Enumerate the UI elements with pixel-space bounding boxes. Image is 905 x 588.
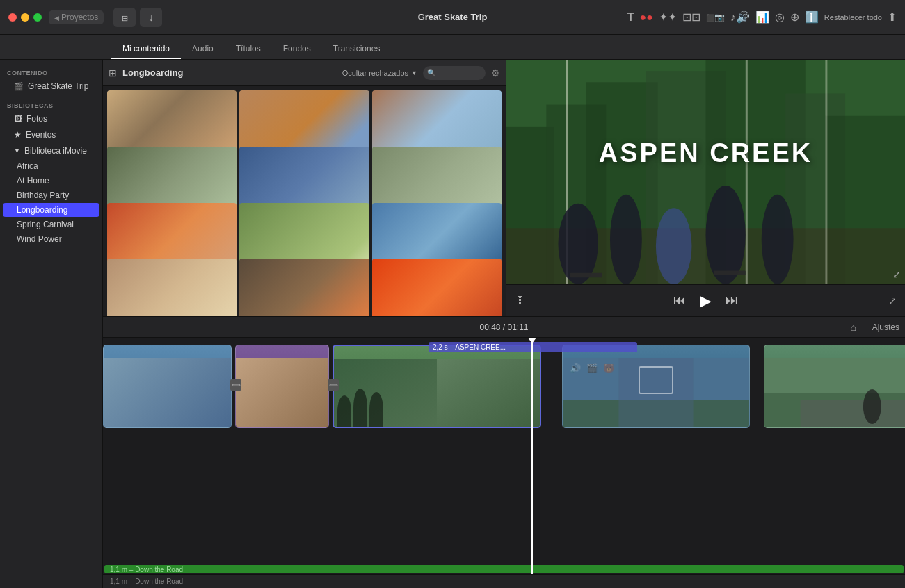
sidebar-item-birthday-party[interactable]: Birthday Party [3,188,99,202]
volume-tool-icon[interactable]: 🔊 [730,10,750,24]
timeline-clip-2[interactable] [235,345,329,428]
timeline-clip-1[interactable] [103,345,232,428]
speed-tool-icon[interactable]: ◎ [775,10,785,24]
chevron-down-icon: ▼ [411,70,417,76]
svg-rect-11 [825,60,827,284]
hide-rejected-button[interactable]: Ocultar rechazados ▼ [342,69,417,77]
traffic-lights [0,13,42,22]
svg-point-14 [656,208,692,284]
text-tool-icon[interactable] [627,11,634,24]
timeline-clip-5[interactable] [764,345,905,428]
svg-rect-17 [570,273,602,277]
filter-tool-icon[interactable]: ✦ [659,10,677,24]
maximize-button[interactable] [33,13,42,22]
thumbnail-12[interactable] [372,259,502,316]
preview-fullscreen-button[interactable]: ⤢ [892,269,901,280]
preview-title-text: ASPEN CREEK [599,138,813,168]
transition-marker-1[interactable]: ⟺ [230,379,241,391]
thumbnail-10[interactable] [107,259,237,316]
mic-button[interactable]: 🎙 [515,295,526,307]
media-settings-icon[interactable]: ⚙ [491,67,500,79]
timeline-home-button[interactable]: ⌂ [851,322,856,333]
tab-audio[interactable]: Audio [181,40,225,59]
color-tool-icon[interactable]: ● [639,11,652,24]
main-area: CONTENIDO Great Skate Trip BIBLIOTECAS 🖼… [0,60,905,588]
sidebar-item-wind-power[interactable]: Wind Power [3,232,99,246]
search-box[interactable]: 🔍 [423,66,486,80]
contenido-section-label: CONTENIDO [0,65,102,78]
camera-tool-icon[interactable]: 📷 [706,13,725,22]
preview-scene: ASPEN CREEK ⤢ [506,60,905,284]
audio-track: 1,1 m – Down the Road [103,564,905,574]
svg-rect-10 [746,60,748,284]
timeline-header: 00:48 / 01:11 ⌂ Ajustes [103,317,905,338]
window-title: Great Skate Trip [418,12,488,22]
svg-point-15 [706,186,746,284]
audio-label: 1,1 m – Down the Road [110,566,183,573]
close-button[interactable] [8,13,17,22]
fotos-label: Fotos [26,114,47,124]
thumbnail-11[interactable] [239,259,369,316]
ajustes-button[interactable]: Ajustes [872,322,899,332]
fullscreen-button[interactable]: ⤢ [888,295,897,307]
view-grid-icon [122,12,128,23]
audio-bar: 1,1 m – Down the Road [104,565,904,573]
view-toggle-button[interactable] [113,8,136,27]
biblioteca-imovie-label: Biblioteca iMovie [24,146,87,156]
clip-selection-label: 2,2 s – ASPEN CREE... [429,342,637,352]
clip3-half-a [334,359,437,427]
chevron-left-icon [54,13,59,22]
search-icon: 🔍 [427,69,435,76]
timeline-clip-3[interactable] [333,345,541,428]
clip4-frame [639,366,673,394]
media-browser-header: ⊞ Longboarding Ocultar rechazados ▼ 🔍 ⚙ [103,60,506,86]
sidebar-item-eventos[interactable]: ★ Eventos [3,127,99,142]
media-browser-title: Longboarding [122,67,337,78]
preview-video[interactable]: ASPEN CREEK ⤢ [506,60,905,284]
grid-view-button[interactable]: ⊞ [109,67,117,79]
play-pause-button[interactable]: ▶ [700,292,712,310]
tab-fondos[interactable]: Fondos [272,40,322,59]
share-button[interactable]: ⬆ [888,10,897,24]
media-browser: ⊞ Longboarding Ocultar rechazados ▼ 🔍 ⚙ [103,60,506,316]
toolbar-right: ● ✦ ⊡ 📷 🔊 📊 ◎ ⊕ ℹ️ Restablecer todo ⬆ [627,10,905,24]
tab-transiciones[interactable]: Transiciones [322,40,392,59]
transition-marker-2[interactable]: ⟺ [328,379,339,391]
photos-icon: 🖼 [14,114,22,124]
skip-forward-button[interactable]: ⏭ [726,293,738,308]
film-icon [14,81,24,91]
statusbar-label: 1,1 m – Down the Road [110,578,183,585]
import-button[interactable] [140,8,162,27]
skip-back-button[interactable]: ⏮ [673,293,686,308]
svg-point-16 [762,195,794,284]
clip4-icons: 🔊 🎬 🐻 [570,363,614,373]
svg-rect-18 [714,271,746,275]
sidebar-item-longboarding[interactable]: Longboarding [3,203,99,217]
statusbar: 1,1 m – Down the Road [103,574,905,588]
sidebar: CONTENIDO Great Skate Trip BIBLIOTECAS 🖼… [0,60,103,588]
stabilize-tool-icon[interactable]: ⊕ [790,10,799,24]
info-tool-icon[interactable]: ℹ️ [805,10,819,24]
sidebar-item-biblioteca-imovie[interactable]: ▼ Biblioteca iMovie [3,143,99,158]
top-section: ⊞ Longboarding Ocultar rechazados ▼ 🔍 ⚙ [103,60,905,317]
sidebar-content-label: Great Skate Trip [28,81,88,91]
sidebar-item-great-skate-trip[interactable]: Great Skate Trip [3,79,99,94]
minimize-button[interactable] [21,13,29,22]
crop-tool-icon[interactable]: ⊡ [682,10,700,24]
back-to-projects-button[interactable]: Proyectos [49,10,104,24]
chart-tool-icon[interactable]: 📊 [755,10,769,24]
sidebar-item-spring-carnival[interactable]: Spring Carnival [3,218,99,231]
tab-titulos[interactable]: Títulos [225,40,272,59]
toolbar-left [113,8,162,27]
restore-all-button[interactable]: Restablecer todo [824,13,882,22]
tab-mi-contenido[interactable]: Mi contenido [111,40,181,59]
eventos-label: Eventos [26,130,56,140]
back-label: Proyectos [61,13,98,22]
sidebar-item-at-home[interactable]: At Home [3,174,99,188]
sidebar-item-fotos[interactable]: 🖼 Fotos [3,111,99,126]
tabbar: Mi contenido Audio Títulos Fondos Transi… [0,35,905,60]
timeline-clip-4[interactable]: 🔊 🎬 🐻 [562,345,750,428]
timeline-timecode: 00:48 / 01:11 [479,322,528,332]
sidebar-item-africa[interactable]: Africa [3,159,99,173]
svg-point-13 [610,195,642,284]
